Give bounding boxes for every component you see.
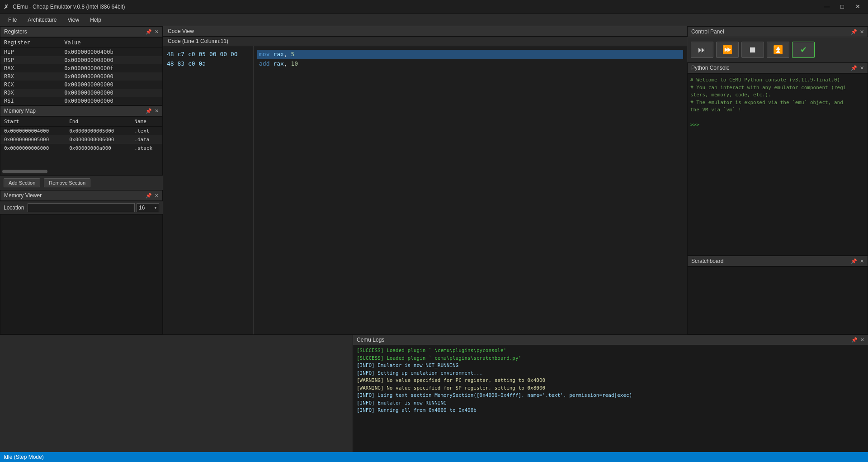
add-section-button[interactable]: Add Section <box>4 178 40 187</box>
reg-name-cell: RSP <box>0 56 61 64</box>
register-row: RSI0x0000000000000 <box>0 97 162 105</box>
memmap-row: 0x00000000060000x00000000a000.stack <box>0 144 162 152</box>
titlebar-controls: — □ ✕ <box>820 2 864 11</box>
log-line: [INFO] Emulator is now RUNNING <box>357 400 864 407</box>
py-line-5: the VM via `vm` ! <box>690 106 865 114</box>
close-button[interactable]: ✕ <box>851 2 864 11</box>
memviewer-bottom <box>0 335 353 452</box>
memmap-name-cell: .stack <box>131 144 162 152</box>
asm-line-2: add rax, 10 <box>257 59 683 69</box>
cemu-logs: Cemu Logs 📌 ✕ [SUCCESS] Loaded plugin ` … <box>353 335 868 452</box>
menu-file[interactable]: File <box>4 15 21 25</box>
location-label: Location <box>4 205 24 211</box>
reg-val-cell: 0x0000000000000 <box>61 81 162 89</box>
reg-col-value: Value <box>61 38 162 48</box>
py-line-4: # The emulator is exposed via the `emu` … <box>690 99 865 107</box>
log-line: [INFO] Setting up emulation environment.… <box>357 370 864 377</box>
code-line-info: Code (Line:1 Column:11) <box>163 37 687 46</box>
menu-view[interactable]: View <box>63 15 84 25</box>
logs-close-button[interactable]: ✕ <box>860 337 864 343</box>
minimize-button[interactable]: — <box>820 2 834 11</box>
memmap-col-end: End <box>66 117 131 127</box>
log-line: [SUCCESS] Loaded plugin ` \cemu\plugins\… <box>357 347 864 355</box>
python-pin-button[interactable]: 📌 <box>851 65 857 71</box>
location-input[interactable] <box>28 203 135 212</box>
control-panel-header: Control Panel 📌 ✕ <box>687 26 868 37</box>
memviewer-content <box>0 214 163 334</box>
control-close-button[interactable]: ✕ <box>860 29 864 35</box>
scratchboard-close-button[interactable]: ✕ <box>860 258 864 264</box>
log-line: [INFO] Using text section MemorySection(… <box>357 392 864 400</box>
register-row: RSP0x0000000008000 <box>0 56 162 64</box>
reg-val-cell: 0x0000000000000 <box>61 72 162 81</box>
py-line-3: sters, memory, code, etc.). <box>690 91 865 99</box>
check-button[interactable]: ✔ <box>792 42 815 58</box>
memmap-pin-button[interactable]: 📌 <box>146 108 152 114</box>
memmap-scroll-area <box>0 152 162 175</box>
reg-name-cell: RAX <box>0 64 61 72</box>
registers-wrapper: Register Value RIP0x000000000400bRSP0x00… <box>0 37 163 105</box>
memmap-close-button[interactable]: ✕ <box>155 108 159 114</box>
registers-pin-button[interactable]: 📌 <box>146 29 152 35</box>
memmap-hscrollbar[interactable] <box>2 170 47 173</box>
code-view: 48 c7 c0 05 00 00 00 48 83 c0 0a mov rax… <box>163 46 687 334</box>
py-prompt: >>> <box>690 121 865 129</box>
code-byte-line-1: 48 c7 c0 05 00 00 00 <box>167 51 238 57</box>
scratchboard-panel: Scratchboard 📌 ✕ <box>687 256 868 334</box>
statusbar: Idle (Step Mode) <box>0 452 868 462</box>
register-row: RIP0x000000000400b <box>0 48 162 57</box>
memmap-table: Start End Name 0x00000000040000x00000000… <box>0 117 162 152</box>
menu-architecture[interactable]: Architecture <box>23 15 61 25</box>
memmap-end-cell: 0x00000000a000 <box>66 144 131 152</box>
memviewer-title: Memory Viewer <box>4 192 42 199</box>
memmap-row: 0x00000000040000x0000000005000.text <box>0 127 162 136</box>
code-asm[interactable]: mov rax, 5 add rax, 10 <box>254 46 687 334</box>
scratchboard-header: Scratchboard 📌 ✕ <box>687 256 868 267</box>
stop-button[interactable]: ⏹ <box>741 42 764 58</box>
python-console: Python Console 📌 ✕ # Welcome to CEMU Pyt… <box>687 62 868 256</box>
memmap-start-cell: 0x0000000005000 <box>0 135 66 144</box>
memmap-title: Memory Map <box>4 108 36 114</box>
reg-name-cell: RIP <box>0 48 61 57</box>
remove-section-button[interactable]: Remove Section <box>44 178 90 187</box>
register-row: RAX0x000000000000f <box>0 64 162 72</box>
scratchboard-pin-button[interactable]: 📌 <box>851 258 857 264</box>
log-line: [WARNING] No value specified for PC regi… <box>357 377 864 385</box>
scratchboard-content[interactable] <box>687 267 868 334</box>
logs-title: Cemu Logs <box>357 337 384 343</box>
code-view-title: Code View <box>168 28 194 34</box>
bits-select[interactable]: 8 16 32 64 <box>137 203 159 212</box>
scratchboard-title: Scratchboard <box>691 258 723 264</box>
memmap-row: 0x00000000050000x0000000006000.data <box>0 135 162 144</box>
step-back-button[interactable]: ⏫ <box>767 42 789 58</box>
menu-help[interactable]: Help <box>85 15 106 25</box>
memmap-header: Memory Map 📌 ✕ <box>0 105 163 116</box>
python-content[interactable]: # Welcome to CEMU Python console (v3.11.… <box>687 73 868 256</box>
titlebar: ✗ CEmu - Cheap Emulator v.0.8 (Intel i38… <box>0 0 868 14</box>
python-close-button[interactable]: ✕ <box>860 65 864 71</box>
logs-header: Cemu Logs 📌 ✕ <box>353 335 868 345</box>
log-line: [INFO] Running all from 0x4000 to 0x400b <box>357 407 864 414</box>
log-line: [INFO] Emulator is now NOT_RUNNING <box>357 362 864 370</box>
memviewer-close-button[interactable]: ✕ <box>155 193 159 199</box>
registers-table: Register Value RIP0x000000000400bRSP0x00… <box>0 38 162 105</box>
registers-close-button[interactable]: ✕ <box>155 29 159 35</box>
step-over-button[interactable]: ⏩ <box>716 42 739 58</box>
memmap-buttons-bar: Add Section Remove Section <box>0 176 163 190</box>
registers-panel: Registers 📌 ✕ Register Value RIP0x000000… <box>0 26 163 105</box>
run-all-button[interactable]: ⏭ <box>691 42 713 58</box>
control-panel: Control Panel 📌 ✕ ⏭ ⏩ ⏹ ⏫ ✔ <box>687 26 868 62</box>
reg-name-cell: RBX <box>0 72 61 81</box>
left-panel: Registers 📌 ✕ Register Value RIP0x000000… <box>0 26 163 334</box>
memviewer-pin-button[interactable]: 📌 <box>146 193 152 199</box>
maximize-button[interactable]: □ <box>835 2 849 11</box>
control-pin-button[interactable]: 📌 <box>851 29 857 35</box>
registers-title: Registers <box>4 29 27 35</box>
memmap-wrapper: Start End Name 0x00000000040000x00000000… <box>0 116 163 176</box>
logs-pin-button[interactable]: 📌 <box>851 337 858 343</box>
control-buttons: ⏭ ⏩ ⏹ ⏫ ✔ <box>687 37 868 62</box>
control-panel-title: Control Panel <box>691 29 724 35</box>
memviewer-location-bar: Location 8 16 32 64 <box>0 201 163 214</box>
memmap-name-cell: .data <box>131 135 162 144</box>
python-console-title: Python Console <box>691 65 730 71</box>
